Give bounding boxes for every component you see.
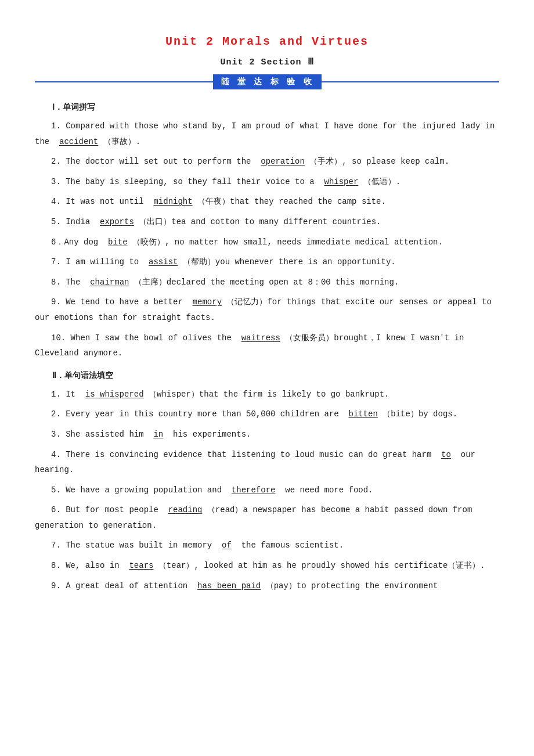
answer-10: waitress (241, 333, 280, 343)
main-title: Unit 2 Morals and Virtues (35, 35, 499, 48)
s2-answer-6: reading (168, 505, 203, 514)
s2-item-6: 6. But for most people reading （read）a n… (35, 502, 499, 533)
subtitle: Unit 2 Section Ⅲ (35, 56, 499, 67)
section2-title: Ⅱ．单句语法填空 (52, 370, 499, 381)
s1-item-7: 7. I am willing to assist （帮助）you whenev… (35, 254, 499, 270)
s2-answer-8: tears (129, 561, 153, 570)
s2-item-7: 7. The statue was built in memory of the… (35, 538, 499, 553)
s2-item-4: 4. There is convincing evidence that lis… (35, 447, 499, 478)
s1-item-10: 10. When I saw the bowl of olives the wa… (35, 330, 499, 361)
answer-6: bite (108, 237, 128, 247)
s2-answer-9: has been paid (197, 581, 261, 591)
s2-item-3: 3. She assisted him in his experiments. (35, 427, 499, 442)
s2-answer-7: of (222, 541, 232, 550)
answer-9: memory (193, 297, 222, 307)
s2-answer-2: bitten (348, 409, 377, 419)
s1-item-9: 9. We tend to have a better memory （记忆力）… (35, 294, 499, 325)
s1-item-3: 3. The baby is sleeping, so they fall th… (35, 174, 499, 190)
answer-7: assist (149, 257, 178, 267)
s2-answer-5: therefore (232, 485, 276, 495)
section1-title: Ⅰ．单词拼写 (52, 102, 499, 113)
answer-5: exports (100, 217, 134, 226)
answer-3: whisper (324, 177, 358, 186)
s1-item-8: 8. The chairman （主席）declared the meeting… (35, 275, 499, 290)
answer-2: operation (261, 157, 305, 166)
s1-item-2: 2. The doctor will set out to perform th… (35, 154, 499, 170)
answer-4: midnight (153, 197, 192, 206)
s2-answer-4: to (441, 450, 451, 459)
s1-item-6: 6．Any dog bite （咬伤）, no matter how small… (35, 235, 499, 250)
s1-item-1: 1. Compared with those who stand by, I a… (35, 118, 499, 149)
s2-item-2: 2. Every year in this country more than … (35, 406, 499, 422)
s1-item-5: 5. India exports （出口）tea and cotton to m… (35, 214, 499, 230)
s2-item-5: 5. We have a growing population and ther… (35, 483, 499, 498)
s2-item-8: 8. We, also in tears （tear）, looked at h… (35, 558, 499, 574)
banner-container: 随 堂 达 标 验 收 (35, 74, 499, 89)
s2-item-9: 9. A great deal of attention has been pa… (35, 578, 499, 594)
banner-right-line (322, 81, 500, 82)
s2-answer-1: is whispered (85, 390, 144, 399)
banner-box: 随 堂 达 标 验 收 (213, 74, 322, 89)
s1-item-4: 4. It was not until midnight （午夜）that th… (35, 194, 499, 210)
answer-1: accident (59, 137, 98, 146)
banner-left-line (35, 81, 213, 82)
s2-answer-3: in (153, 430, 163, 439)
s2-item-1: 1. It is whispered （whisper）that the fir… (35, 387, 499, 402)
answer-8: chairman (90, 278, 129, 287)
